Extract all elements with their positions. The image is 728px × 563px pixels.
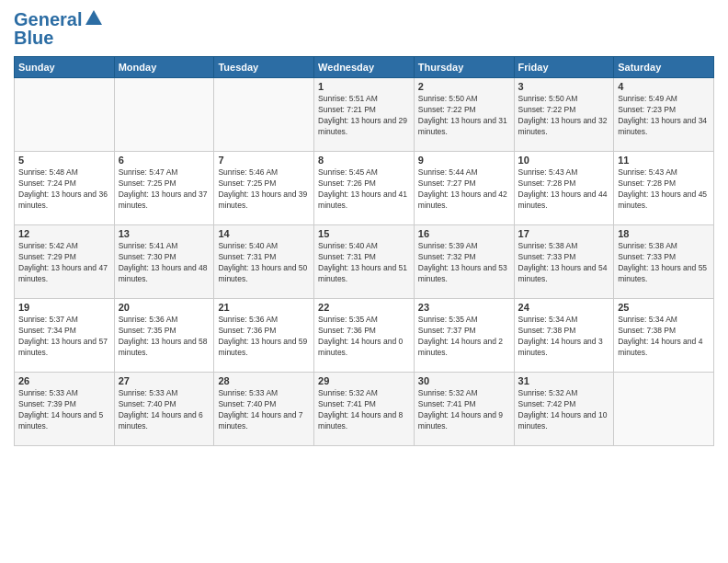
day-info: Sunrise: 5:46 AMSunset: 7:25 PMDaylight:…	[218, 167, 310, 212]
calendar-cell: 20Sunrise: 5:36 AMSunset: 7:35 PMDayligh…	[114, 299, 214, 373]
calendar-cell: 12Sunrise: 5:42 AMSunset: 7:29 PMDayligh…	[15, 225, 115, 299]
calendar-week-1: 1Sunrise: 5:51 AMSunset: 7:21 PMDaylight…	[15, 78, 714, 152]
calendar-cell: 26Sunrise: 5:33 AMSunset: 7:39 PMDayligh…	[15, 373, 115, 446]
calendar-cell: 15Sunrise: 5:40 AMSunset: 7:31 PMDayligh…	[314, 225, 415, 299]
day-number: 11	[618, 155, 710, 166]
day-number: 17	[518, 228, 610, 239]
day-info: Sunrise: 5:36 AMSunset: 7:35 PMDaylight:…	[119, 315, 210, 359]
calendar-week-4: 19Sunrise: 5:37 AMSunset: 7:34 PMDayligh…	[15, 299, 714, 373]
calendar-cell: 24Sunrise: 5:34 AMSunset: 7:38 PMDayligh…	[514, 299, 614, 373]
calendar-cell: 3Sunrise: 5:50 AMSunset: 7:22 PMDaylight…	[514, 78, 614, 152]
calendar-cell: 28Sunrise: 5:33 AMSunset: 7:40 PMDayligh…	[214, 373, 314, 446]
day-info: Sunrise: 5:36 AMSunset: 7:36 PMDaylight:…	[218, 315, 310, 359]
calendar-cell: 31Sunrise: 5:32 AMSunset: 7:42 PMDayligh…	[514, 373, 614, 446]
day-info: Sunrise: 5:43 AMSunset: 7:28 PMDaylight:…	[618, 167, 710, 212]
calendar-cell: 9Sunrise: 5:44 AMSunset: 7:27 PMDaylight…	[414, 152, 514, 225]
day-info: Sunrise: 5:51 AMSunset: 7:21 PMDaylight:…	[318, 94, 410, 138]
calendar-cell: 1Sunrise: 5:51 AMSunset: 7:21 PMDaylight…	[314, 78, 415, 152]
day-number: 22	[318, 302, 410, 313]
day-number: 29	[318, 375, 410, 386]
calendar-cell: 21Sunrise: 5:36 AMSunset: 7:36 PMDayligh…	[214, 299, 314, 373]
day-number: 5	[18, 155, 110, 166]
day-number: 13	[119, 228, 210, 239]
day-info: Sunrise: 5:49 AMSunset: 7:23 PMDaylight:…	[618, 94, 710, 138]
calendar-cell: 8Sunrise: 5:45 AMSunset: 7:26 PMDaylight…	[314, 152, 415, 225]
day-info: Sunrise: 5:42 AMSunset: 7:29 PMDaylight:…	[18, 241, 110, 285]
logo-icon	[84, 8, 104, 29]
calendar-cell: 22Sunrise: 5:35 AMSunset: 7:36 PMDayligh…	[314, 299, 415, 373]
day-info: Sunrise: 5:50 AMSunset: 7:22 PMDaylight:…	[518, 94, 610, 138]
day-number: 1	[318, 81, 410, 92]
day-info: Sunrise: 5:32 AMSunset: 7:41 PMDaylight:…	[318, 388, 410, 432]
day-info: Sunrise: 5:33 AMSunset: 7:40 PMDaylight:…	[218, 388, 310, 432]
weekday-header-sunday: Sunday	[15, 57, 115, 78]
day-number: 8	[318, 155, 410, 166]
calendar-cell	[214, 78, 314, 152]
day-info: Sunrise: 5:34 AMSunset: 7:38 PMDaylight:…	[618, 315, 710, 359]
calendar-week-3: 12Sunrise: 5:42 AMSunset: 7:29 PMDayligh…	[15, 225, 714, 299]
day-number: 4	[618, 81, 710, 92]
day-info: Sunrise: 5:35 AMSunset: 7:37 PMDaylight:…	[418, 315, 510, 359]
calendar-cell: 17Sunrise: 5:38 AMSunset: 7:33 PMDayligh…	[514, 225, 614, 299]
day-info: Sunrise: 5:39 AMSunset: 7:32 PMDaylight:…	[418, 241, 510, 285]
calendar-cell	[114, 78, 214, 152]
day-info: Sunrise: 5:47 AMSunset: 7:25 PMDaylight:…	[119, 167, 210, 212]
day-number: 15	[318, 228, 410, 239]
day-number: 25	[618, 302, 710, 313]
day-info: Sunrise: 5:44 AMSunset: 7:27 PMDaylight:…	[418, 167, 510, 212]
day-info: Sunrise: 5:32 AMSunset: 7:41 PMDaylight:…	[418, 388, 510, 432]
calendar-cell: 2Sunrise: 5:50 AMSunset: 7:22 PMDaylight…	[414, 78, 514, 152]
calendar-cell: 14Sunrise: 5:40 AMSunset: 7:31 PMDayligh…	[214, 225, 314, 299]
calendar-cell: 5Sunrise: 5:48 AMSunset: 7:24 PMDaylight…	[15, 152, 115, 225]
day-number: 9	[418, 155, 510, 166]
day-number: 28	[218, 375, 310, 386]
weekday-header-friday: Friday	[514, 57, 614, 78]
day-info: Sunrise: 5:40 AMSunset: 7:31 PMDaylight:…	[318, 241, 410, 285]
day-number: 23	[418, 302, 510, 313]
day-number: 3	[518, 81, 610, 92]
weekday-header-thursday: Thursday	[414, 57, 514, 78]
day-info: Sunrise: 5:32 AMSunset: 7:42 PMDaylight:…	[518, 388, 610, 432]
logo-text: General	[14, 9, 82, 29]
calendar-cell: 16Sunrise: 5:39 AMSunset: 7:32 PMDayligh…	[414, 225, 514, 299]
day-number: 6	[119, 155, 210, 166]
day-number: 19	[18, 302, 110, 313]
day-number: 21	[218, 302, 310, 313]
day-number: 2	[418, 81, 510, 92]
weekday-header-saturday: Saturday	[614, 57, 714, 78]
day-info: Sunrise: 5:33 AMSunset: 7:39 PMDaylight:…	[18, 388, 110, 432]
day-number: 16	[418, 228, 510, 239]
day-number: 30	[418, 375, 510, 386]
calendar-week-5: 26Sunrise: 5:33 AMSunset: 7:39 PMDayligh…	[15, 373, 714, 446]
calendar-cell: 23Sunrise: 5:35 AMSunset: 7:37 PMDayligh…	[414, 299, 514, 373]
day-info: Sunrise: 5:38 AMSunset: 7:33 PMDaylight:…	[618, 241, 710, 285]
weekday-header-monday: Monday	[114, 57, 214, 78]
day-number: 7	[218, 155, 310, 166]
day-info: Sunrise: 5:38 AMSunset: 7:33 PMDaylight:…	[518, 241, 610, 285]
day-info: Sunrise: 5:40 AMSunset: 7:31 PMDaylight:…	[218, 241, 310, 285]
day-number: 26	[18, 375, 110, 386]
logo-blue: Blue	[14, 28, 104, 49]
weekday-header-row: SundayMondayTuesdayWednesdayThursdayFrid…	[15, 57, 714, 78]
calendar-cell	[15, 78, 115, 152]
day-number: 14	[218, 228, 310, 239]
day-info: Sunrise: 5:35 AMSunset: 7:36 PMDaylight:…	[318, 315, 410, 359]
calendar: SundayMondayTuesdayWednesdayThursdayFrid…	[14, 56, 714, 446]
calendar-week-2: 5Sunrise: 5:48 AMSunset: 7:24 PMDaylight…	[15, 152, 714, 225]
day-number: 10	[518, 155, 610, 166]
day-info: Sunrise: 5:43 AMSunset: 7:28 PMDaylight:…	[518, 167, 610, 212]
day-number: 27	[119, 375, 210, 386]
calendar-cell: 27Sunrise: 5:33 AMSunset: 7:40 PMDayligh…	[114, 373, 214, 446]
calendar-cell: 30Sunrise: 5:32 AMSunset: 7:41 PMDayligh…	[414, 373, 514, 446]
svg-marker-0	[85, 10, 102, 25]
calendar-cell	[614, 373, 714, 446]
day-number: 24	[518, 302, 610, 313]
calendar-cell: 25Sunrise: 5:34 AMSunset: 7:38 PMDayligh…	[614, 299, 714, 373]
calendar-cell: 18Sunrise: 5:38 AMSunset: 7:33 PMDayligh…	[614, 225, 714, 299]
day-number: 20	[119, 302, 210, 313]
day-number: 18	[618, 228, 710, 239]
day-info: Sunrise: 5:48 AMSunset: 7:24 PMDaylight:…	[18, 167, 110, 212]
weekday-header-wednesday: Wednesday	[314, 57, 415, 78]
calendar-cell: 13Sunrise: 5:41 AMSunset: 7:30 PMDayligh…	[114, 225, 214, 299]
calendar-cell: 6Sunrise: 5:47 AMSunset: 7:25 PMDaylight…	[114, 152, 214, 225]
